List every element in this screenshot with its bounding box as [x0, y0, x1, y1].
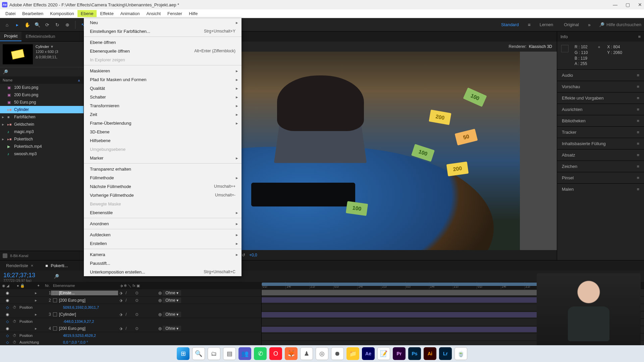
tab-comp[interactable]: ■ Pokerti... — [39, 261, 74, 270]
timeline-layer-row[interactable]: ◉▸2[200 Euro.png]⬗/⊙◎ Ohne ▾ — [0, 297, 261, 304]
reset-exposure-icon[interactable]: ↺ — [242, 253, 245, 257]
hand-tool-icon[interactable]: ✋ — [23, 20, 32, 29]
panel-tab[interactable]: Malen≡ — [557, 183, 644, 195]
menu-item[interactable]: Transformieren▸ — [84, 101, 241, 110]
sort-indicator-icon[interactable]: ▲ — [77, 78, 81, 82]
project-item[interactable]: ▣50 Euro.png — [0, 99, 84, 106]
menu-item[interactable]: Schalter▸ — [84, 93, 241, 101]
column-name[interactable]: Name — [3, 78, 12, 82]
current-time[interactable]: 16;27;37;13 — [3, 272, 50, 279]
taskbar-whatsapp-icon[interactable]: ✆ — [254, 347, 267, 360]
project-item[interactable]: ♪magic.mp3 — [0, 128, 84, 135]
menu-item[interactable]: Transparenz erhalten — [84, 165, 241, 173]
taskbar-firefox-icon[interactable]: 🦊 — [285, 347, 298, 360]
start-button[interactable]: ⊞ — [177, 347, 190, 360]
menu-komposition[interactable]: Komposition — [47, 10, 77, 17]
rotate-tool-icon[interactable]: ↻ — [53, 20, 62, 29]
renderer-value[interactable]: Klassisch 3D — [529, 44, 552, 49]
help-search[interactable]: Hilfe durchsuchen — [606, 22, 641, 27]
home-icon[interactable]: ⌂ — [3, 20, 11, 29]
panel-tab[interactable]: Audio≡ — [557, 69, 644, 81]
panel-tab[interactable]: Vorschau≡ — [557, 81, 644, 92]
taskbar-illustrator-icon[interactable]: Ai — [424, 347, 436, 360]
menu-item[interactable]: Ebene öffnen — [84, 38, 241, 47]
minimize-button[interactable]: — — [613, 2, 618, 7]
project-item[interactable]: ▸■Farbflächen — [0, 113, 84, 121]
menu-item[interactable]: Hilfsebene — [84, 136, 241, 145]
menu-item[interactable]: Nächste FüllmethodeUmschalt++ — [84, 182, 241, 191]
menu-item[interactable]: Unterkomposition erstellen...Strg+Umscha… — [84, 267, 241, 276]
menu-hilfe[interactable]: Hilfe — [185, 10, 201, 17]
menu-item[interactable]: Pausstift... — [84, 259, 241, 267]
workspace-standard[interactable]: Standard — [496, 21, 524, 28]
layer-property-row[interactable]: ◇⏱Ausrichtung0,0 °,0,0 °,0,0 ° — [0, 339, 261, 346]
taskbar-photoshop-icon[interactable]: Ps — [408, 347, 421, 360]
project-item[interactable]: ▸▸■Pokertisch — [0, 135, 84, 143]
menu-item[interactable]: Pfad für Masken und Formen▸ — [84, 75, 241, 84]
timeline-layer-row[interactable]: ◉▸3[Cylinder]⬗/⊙◎ Ohne ▾ — [0, 311, 261, 318]
project-item[interactable]: ▸■Cylinder — [0, 106, 84, 113]
project-item[interactable]: ♪swoosh.mp3 — [0, 150, 84, 158]
workspace-overflow-icon[interactable]: » — [585, 20, 594, 29]
menu-item[interactable]: Zeit▸ — [84, 110, 241, 119]
exposure-value[interactable]: +0,0 — [249, 253, 257, 257]
menu-ebene[interactable]: Ebene — [77, 10, 97, 17]
menu-item[interactable]: Neu▸ — [84, 18, 241, 27]
tab-info[interactable]: Info — [560, 34, 568, 39]
panel-tab[interactable]: Zeichen≡ — [557, 161, 644, 172]
taskbar-app-icon[interactable]: 🍵 — [454, 347, 467, 360]
project-item[interactable]: ▸▸■Geldschein — [0, 121, 84, 128]
taskbar-explorer-icon[interactable]: 🗂 — [208, 347, 220, 360]
panel-tab[interactable]: Pinsel≡ — [557, 172, 644, 183]
interpret-footage-icon[interactable] — [3, 253, 7, 258]
workspace-original[interactable]: Original — [559, 21, 584, 28]
zoom-tool-icon[interactable]: 🔍 — [33, 20, 42, 29]
taskbar-obs-icon[interactable]: ⏺ — [331, 347, 344, 360]
menu-item[interactable]: Maskieren▸ — [84, 66, 241, 75]
menu-item[interactable]: Marker▸ — [84, 154, 241, 162]
panel-tab[interactable]: Tracker≡ — [557, 126, 644, 138]
close-icon[interactable]: × — [31, 263, 34, 268]
menu-item[interactable]: Frame-Überblendung▸ — [84, 119, 241, 127]
timeline-layer-row[interactable]: ◉▸1[Einste...⬗/⊙◎ Ohne ▾ — [0, 289, 261, 297]
workspace-lernen[interactable]: Lernen — [535, 21, 558, 28]
project-item[interactable]: ▣200 Euro.png — [0, 91, 84, 99]
project-item[interactable]: ▣100 Euro.png — [0, 84, 84, 91]
menu-item[interactable]: Vorherige FüllmethodeUmschalt+- — [84, 191, 241, 199]
menu-item[interactable]: Qualität▸ — [84, 84, 241, 93]
panel-menu-icon[interactable]: ≡ — [638, 34, 641, 39]
menu-datei[interactable]: Datei — [2, 10, 19, 17]
taskbar-taskview-icon[interactable]: ▤ — [223, 347, 236, 360]
taskbar-app-icon[interactable]: ♟ — [300, 347, 313, 360]
search-icon[interactable]: 🔎 — [3, 69, 8, 74]
taskbar-after-effects-icon[interactable]: Ae — [362, 347, 375, 360]
work-area[interactable] — [262, 283, 584, 286]
menu-animation[interactable]: Animation — [117, 10, 143, 17]
timeline-search-icon[interactable]: 🔎 — [54, 274, 59, 279]
menu-item[interactable]: Anordnen▸ — [84, 219, 241, 228]
maximize-button[interactable]: ▢ — [626, 2, 630, 7]
close-button[interactable]: ✕ — [638, 2, 642, 7]
taskbar-app-icon[interactable]: ◎ — [316, 347, 328, 360]
menu-item[interactable]: Kamera▸ — [84, 250, 241, 259]
panel-tab[interactable]: Bibliotheken≡ — [557, 115, 644, 126]
taskbar-teams-icon[interactable]: 👥 — [238, 347, 251, 360]
layer-property-row[interactable]: ◇⏱Position-648,0,1334,9,27,2 — [0, 318, 261, 325]
taskbar-search-icon[interactable]: 🔍 — [192, 347, 205, 360]
taskbar-lightroom-icon[interactable]: Lr — [439, 347, 452, 360]
menu-item[interactable]: Ebenenquelle öffnenAlt+Enter (Ziffernblo… — [84, 47, 241, 55]
menu-item[interactable]: Erstellen▸ — [84, 239, 241, 248]
tab-renderliste[interactable]: Renderliste× — [0, 261, 39, 270]
panel-tab[interactable]: Ausrichten≡ — [557, 104, 644, 115]
panel-tab[interactable]: Inhaltsbasierte Füllung≡ — [557, 138, 644, 149]
tab-projekt[interactable]: Projekt — [0, 32, 21, 41]
menu-item[interactable]: Einstellungen für Farbflächen...Strg+Ums… — [84, 27, 241, 36]
layer-property-row[interactable]: ◇⏱Position4819,9,5253,4528,2 — [0, 332, 261, 339]
orbit-tool-icon[interactable]: ⟳ — [43, 20, 52, 29]
menu-effekte[interactable]: Effekte — [97, 10, 117, 17]
menu-item[interactable]: Aufdecken▸ — [84, 230, 241, 239]
menu-item[interactable]: Füllmethode▸ — [84, 173, 241, 182]
panel-tab[interactable]: Absatz≡ — [557, 149, 644, 161]
layer-property-row[interactable]: ◇⏱Position5093,6,1592,0,3911,7 — [0, 304, 261, 311]
taskbar-folder-icon[interactable]: 📁 — [346, 347, 359, 360]
